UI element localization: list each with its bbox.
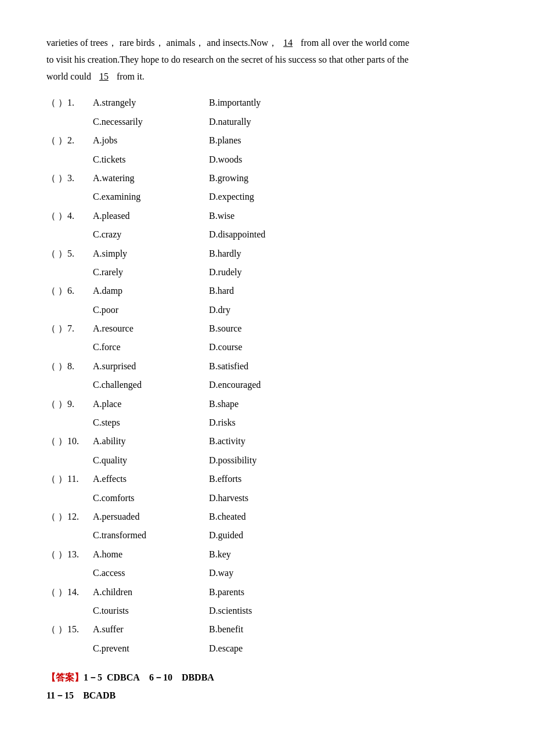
q8-num: （ ）8. (46, 358, 93, 375)
q5-optC: C.rarely (93, 264, 209, 281)
q4-optC: C.crazy (93, 226, 209, 243)
q9-optC: C.steps (93, 414, 209, 431)
q10-optC: C.quality (93, 452, 209, 469)
intro-line3: world could (46, 71, 93, 81)
q3-num: （ ）3. (46, 170, 93, 187)
q10-optA: A.ability (93, 433, 209, 450)
q5-optB: B.hardly (209, 245, 302, 262)
q14-num: （ ）14. (46, 584, 93, 601)
q13-optD: D.way (209, 564, 302, 582)
q8-optA: A.surprised (93, 358, 209, 375)
answers-range2: 6－10 (149, 672, 172, 682)
answers-set2: DBDBA (182, 672, 214, 682)
q11-optA: A.effects (93, 470, 209, 488)
q2-optD: D.woods (209, 151, 302, 168)
q11-optB: B.efforts (209, 470, 302, 488)
q5-optD: D.rudely (209, 264, 302, 281)
q15-optC: C.prevent (93, 640, 209, 657)
q5-optA: A.simply (93, 245, 209, 262)
q3-optC: C.examining (93, 188, 209, 206)
q7-optA: A.resource (93, 320, 209, 337)
q3-optD: D.expecting (209, 188, 302, 206)
q7-optB: B.source (209, 320, 302, 337)
question-11: （ ）11. A.effects B.efforts C.comforts D.… (46, 470, 488, 507)
q6-optC: C.poor (93, 301, 209, 319)
q12-optD: D.guided (209, 527, 302, 544)
question-8: （ ）8. A.surprised B.satisfied C.challeng… (46, 358, 488, 394)
q2-optB: B.planes (209, 132, 302, 149)
question-5: （ ）5. A.simply B.hardly C.rarely D.rudel… (46, 245, 488, 282)
question-9: （ ）9. A.place B.shape C.steps D.risks (46, 395, 488, 432)
q9-num: （ ）9. (46, 395, 93, 413)
question-3: （ ）3. A.watering B.growing C.examining D… (46, 170, 488, 206)
q10-optD: D.possibility (209, 452, 302, 469)
q6-optA: A.damp (93, 282, 209, 300)
blank-15: 15 (93, 69, 114, 85)
q14-optB: B.parents (209, 584, 302, 601)
q7-optC: C.force (93, 339, 209, 356)
q8-optD: D.encouraged (209, 376, 302, 394)
q14-optA: A.children (93, 584, 209, 601)
q1-optA: A.strangely (93, 94, 209, 111)
q9-optD: D.risks (209, 414, 302, 431)
q15-optA: A.suffer (93, 621, 209, 638)
q8-optB: B.satisfied (209, 358, 302, 375)
q14-optC: C.tourists (93, 602, 209, 620)
q7-optD: D.course (209, 339, 302, 356)
q4-optD: D.disappointed (209, 226, 302, 243)
question-12: （ ）12. A.persuaded B.cheated C.transform… (46, 508, 488, 545)
answers-label: 【答案】 (46, 672, 84, 682)
question-2: （ ）2. A.jobs B.planes C.tickets D.woods (46, 132, 488, 168)
question-14: （ ）14. A.children B.parents C.tourists D… (46, 584, 488, 620)
answers-section: 【答案】1－5 CDBCA 6－10 DBDBA 11－15 BCADB (46, 669, 488, 704)
q8-optC: C.challenged (93, 376, 209, 394)
q15-optB: B.benefit (209, 621, 302, 638)
q5-num: （ ）5. (46, 245, 93, 262)
question-13: （ ）13. A.home B.key C.access D.way (46, 546, 488, 582)
q10-num: （ ）10. (46, 433, 93, 450)
q7-num: （ ）7. (46, 320, 93, 337)
q15-optD: D.escape (209, 640, 302, 657)
q12-num: （ ）12. (46, 508, 93, 525)
q13-optA: A.home (93, 546, 209, 563)
q12-optA: A.persuaded (93, 508, 209, 525)
q3-optA: A.watering (93, 170, 209, 187)
q6-num: （ ）6. (46, 282, 93, 300)
q4-optA: A.pleased (93, 207, 209, 225)
q6-optD: D.dry (209, 301, 302, 319)
q1-num: （ ）1. (46, 94, 93, 111)
answers-set1: CDBCA (107, 672, 140, 682)
q6-optB: B.hard (209, 282, 302, 300)
q11-optC: C.comforts (93, 489, 209, 507)
q4-optB: B.wise (209, 207, 302, 225)
q2-optC: C.tickets (93, 151, 209, 168)
question-10: （ ）10. A.ability B.activity C.quality D.… (46, 433, 488, 469)
q12-optB: B.cheated (209, 508, 302, 525)
intro-line1b: from all over the world come (298, 38, 409, 48)
intro-paragraph: varieties of trees， rare birds， animals，… (46, 35, 488, 85)
q2-num: （ ）2. (46, 132, 93, 149)
q11-num: （ ）11. (46, 470, 93, 488)
question-4: （ ）4. A.pleased B.wise C.crazy D.disappo… (46, 207, 488, 244)
q10-optB: B.activity (209, 433, 302, 450)
q12-optC: C.transformed (93, 527, 209, 544)
question-1: （ ）1. A.strangely B.importantly C.necess… (46, 94, 488, 131)
q13-optC: C.access (93, 564, 209, 582)
q13-optB: B.key (209, 546, 302, 563)
q15-num: （ ）15. (46, 621, 93, 638)
question-7: （ ）7. A.resource B.source C.force D.cour… (46, 320, 488, 357)
question-15: （ ）15. A.suffer B.benefit C.prevent D.es… (46, 621, 488, 657)
question-6: （ ）6. A.damp B.hard C.poor D.dry (46, 282, 488, 319)
q9-optB: B.shape (209, 395, 302, 413)
q1-optB: B.importantly (209, 94, 302, 111)
answers-range1: 1－5 (84, 672, 102, 682)
blank-14: 14 (277, 35, 298, 52)
q2-optA: A.jobs (93, 132, 209, 149)
questions-list: （ ）1. A.strangely B.importantly C.necess… (46, 94, 488, 657)
intro-line1: varieties of trees， rare birds， animals，… (46, 38, 277, 48)
q14-optD: D.scientists (209, 602, 302, 620)
q9-optA: A.place (93, 395, 209, 413)
intro-line3b: from it. (114, 71, 145, 81)
q1-optD: D.naturally (209, 113, 302, 131)
answers-set3: BCADB (83, 690, 116, 700)
